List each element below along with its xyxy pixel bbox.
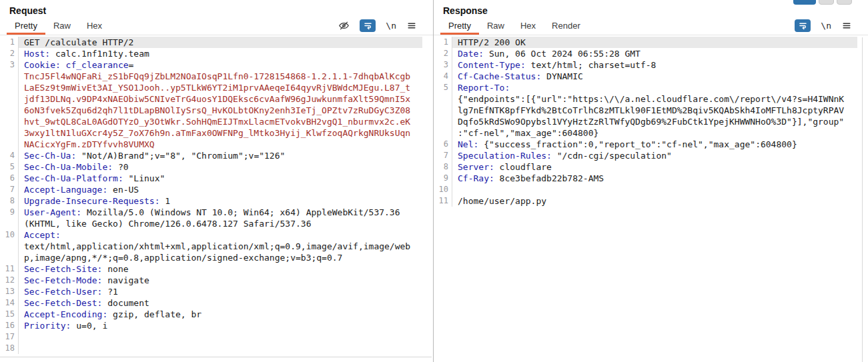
line-text: User-Agent: Mozilla/5.0 (Windows NT 10.0… bbox=[19, 207, 422, 218]
code-line: 6Sec-Ch-Ua-Platform: "Linux" bbox=[0, 173, 422, 184]
line-number bbox=[434, 105, 452, 116]
code-line: 18 bbox=[0, 343, 422, 354]
line-number: 2 bbox=[434, 48, 452, 59]
line-text: 6oN3fvek5Zqu6d2qh7l1tDLapBNOlIySrsQ_HvKO… bbox=[19, 105, 422, 116]
line-text: hvt_9wtQL8CaL0AGdOTYzO_y3OtWkr.SohHQmEIJ… bbox=[19, 116, 422, 127]
code-line: 3wxy1ltN1luGXcr4y5Z_7oX76h9n.aTmFax0OWFN… bbox=[0, 127, 422, 139]
line-number: 13 bbox=[0, 286, 19, 297]
line-text: Upgrade-Insecure-Requests: 1 bbox=[19, 195, 422, 207]
code-line: 2Host: calc.1nf1n1ty.team bbox=[0, 48, 422, 59]
code-line: 15Accept-Encoding: gzip, deflate, br bbox=[0, 309, 422, 320]
code-line: 3Content-Type: text/html; charset=utf-8 bbox=[434, 59, 857, 71]
menu-icon[interactable] bbox=[841, 21, 852, 30]
code-line: 10Accept: bbox=[0, 229, 422, 241]
line-text: text/html,application/xhtml+xml,applicat… bbox=[19, 241, 422, 252]
line-text: LaESz9t9mWivEt3AI_YSO1Jooh..yp5TLkW6YT2i… bbox=[19, 82, 422, 93]
code-line: 4Cf-Cache-Status: DYNAMIC bbox=[434, 71, 857, 82]
layout-toggle[interactable] bbox=[819, 0, 834, 5]
line-text bbox=[452, 184, 857, 195]
line-text bbox=[19, 343, 422, 354]
line-text: Content-Type: text/html; charset=utf-8 bbox=[452, 59, 857, 71]
code-line: lg7nEfNTK8pfFYkd%2BtCoTrlhC8zMTLkl90F1Et… bbox=[434, 105, 857, 116]
tab-hex[interactable]: Hex bbox=[512, 17, 544, 35]
line-text: :"cf-nel","max_age":604800} bbox=[452, 127, 857, 139]
line-number: 3 bbox=[434, 59, 452, 71]
line-number bbox=[0, 218, 19, 229]
line-number bbox=[434, 127, 452, 139]
line-number: 9 bbox=[434, 173, 452, 184]
code-line: 17 bbox=[0, 331, 422, 343]
tab-render[interactable]: Render bbox=[544, 17, 588, 35]
line-number bbox=[0, 93, 19, 105]
code-line: 8Upgrade-Insecure-Requests: 1 bbox=[0, 195, 422, 207]
newline-icon[interactable]: \n bbox=[821, 21, 831, 31]
wrap-toggle-icon[interactable] bbox=[795, 19, 811, 32]
request-panel: Request PrettyRawHex \n bbox=[0, 0, 434, 362]
code-line: 2Date: Sun, 06 Oct 2024 06:55:28 GMT bbox=[434, 48, 857, 59]
response-editor[interactable]: 1HTTP/2 200 OK2Date: Sun, 06 Oct 2024 06… bbox=[434, 35, 868, 207]
line-text: Accept-Encoding: gzip, deflate, br bbox=[19, 309, 422, 320]
response-panel: Response PrettyRawHexRender \n 1H bbox=[434, 0, 868, 362]
line-number bbox=[0, 127, 19, 139]
request-editor[interactable]: 1GET /calculate HTTP/22Host: calc.1nf1n1… bbox=[0, 35, 433, 354]
tab-pretty[interactable]: Pretty bbox=[7, 17, 45, 35]
line-text: GET /calculate HTTP/2 bbox=[19, 37, 422, 48]
line-number: 8 bbox=[0, 195, 19, 207]
line-text: 3wxy1ltN1luGXcr4y5Z_7oX76h9n.aTmFax0OWFN… bbox=[19, 127, 422, 139]
request-icon-bar: \n bbox=[338, 17, 426, 35]
code-line: 3Cookie: cf_clearance= bbox=[0, 59, 422, 71]
line-text: Server: cloudflare bbox=[452, 161, 857, 173]
layout-toggle[interactable] bbox=[837, 0, 852, 5]
tab-hex[interactable]: Hex bbox=[79, 17, 110, 35]
code-line: 12Sec-Fetch-Mode: navigate bbox=[0, 275, 422, 286]
code-line: 9User-Agent: Mozilla/5.0 (Windows NT 10.… bbox=[0, 207, 422, 218]
line-text: Sec-Ch-Ua-Platform: "Linux" bbox=[19, 173, 422, 184]
line-number bbox=[0, 116, 19, 127]
line-number: 4 bbox=[434, 71, 452, 82]
response-icon-bar: \n bbox=[795, 17, 861, 35]
line-number: 11 bbox=[0, 263, 19, 275]
code-line: jdf13DLNq.v9DP4xNAEObiw5CNIveTrG4uosY1DQ… bbox=[0, 93, 422, 105]
request-hscrollbar[interactable] bbox=[0, 357, 432, 357]
line-number: 2 bbox=[0, 48, 19, 59]
line-number: 17 bbox=[0, 331, 19, 343]
layout-toggle-selected[interactable] bbox=[793, 0, 816, 5]
request-panel-title: Request bbox=[0, 0, 433, 17]
line-text: Sec-Fetch-Site: none bbox=[19, 263, 422, 275]
code-line: 5Sec-Ch-Ua-Mobile: ?0 bbox=[0, 161, 422, 173]
line-text: Sec-Fetch-Dest: document bbox=[19, 297, 422, 309]
newline-icon[interactable]: \n bbox=[386, 21, 396, 31]
line-number: 15 bbox=[0, 309, 19, 320]
response-vscrollbar[interactable] bbox=[862, 37, 863, 362]
code-line: 16Priority: u=0, i bbox=[0, 320, 422, 331]
line-number bbox=[0, 139, 19, 150]
menu-icon[interactable] bbox=[406, 21, 417, 30]
line-number: 18 bbox=[0, 343, 19, 354]
line-number: 5 bbox=[434, 82, 452, 93]
line-number: 6 bbox=[0, 173, 19, 184]
tab-raw[interactable]: Raw bbox=[45, 17, 79, 35]
tab-raw[interactable]: Raw bbox=[479, 17, 512, 35]
code-line: 1HTTP/2 200 OK bbox=[434, 37, 857, 48]
code-line: p,image/apng,*/*;q=0.8,application/signe… bbox=[0, 252, 422, 263]
line-text bbox=[19, 331, 422, 343]
line-text: {"endpoints":[{"url":"https:\/\/a.nel.cl… bbox=[452, 93, 857, 105]
code-line: 8Server: cloudflare bbox=[434, 161, 857, 173]
hide-eye-icon[interactable] bbox=[338, 20, 350, 31]
code-line: hvt_9wtQL8CaL0AGdOTYzO_y3OtWkr.SohHQmEIJ… bbox=[0, 116, 422, 127]
code-line: 6oN3fvek5Zqu6d2qh7l1tDLapBNOlIySrsQ_HvKO… bbox=[0, 105, 422, 116]
line-text: Accept: bbox=[19, 229, 422, 241]
code-line: 7Speculation-Rules: "/cdn-cgi/speculatio… bbox=[434, 150, 857, 161]
line-number: 16 bbox=[0, 320, 19, 331]
line-number: 1 bbox=[434, 37, 452, 48]
code-line: 9Cf-Ray: 8ce3befadb22b782-AMS bbox=[434, 173, 857, 184]
http-message-editor: Request PrettyRawHex \n bbox=[0, 0, 868, 362]
line-number: 1 bbox=[0, 37, 19, 48]
line-number: 12 bbox=[0, 275, 19, 286]
wrap-toggle-icon[interactable] bbox=[360, 19, 376, 32]
tab-pretty[interactable]: Pretty bbox=[440, 17, 479, 35]
code-line: TncJ5Fl4wNQFaRi_zS1bFQq9jZbLM2NOaIOsqP1L… bbox=[0, 71, 422, 82]
line-number: 10 bbox=[0, 229, 19, 241]
line-number: 11 bbox=[434, 195, 452, 207]
code-line: 14Sec-Fetch-Dest: document bbox=[0, 297, 422, 309]
